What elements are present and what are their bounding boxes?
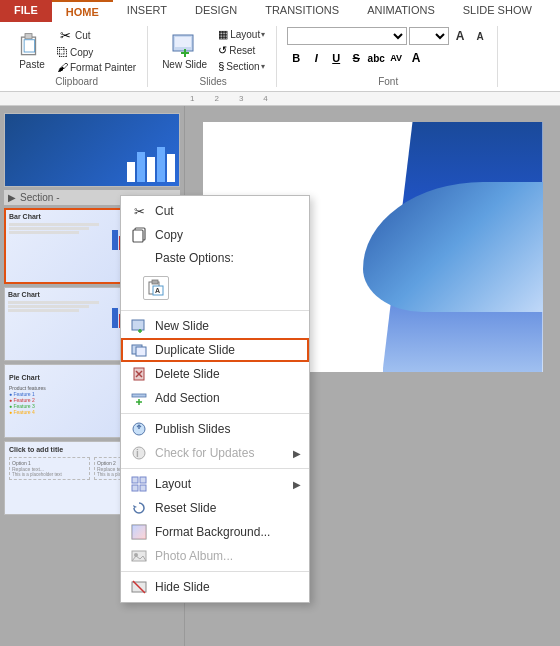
font-row-1: A A [287,27,489,45]
font-items: A A B I U S abc AV A [287,26,489,74]
duplicate-icon [131,342,147,358]
tab-transitions[interactable]: TRANSITIONS [251,0,353,22]
reset-label: Reset [229,45,255,56]
font-color-button[interactable]: A [407,49,425,67]
format-painter-button[interactable]: 🖌 Format Painter [54,60,139,74]
svg-rect-21 [132,394,146,397]
paste-button[interactable]: Paste [14,29,50,72]
menu-item-add-section[interactable]: Add Section [121,386,309,410]
increase-font-button[interactable]: A [451,27,469,45]
photo-icon [131,548,147,564]
menu-item-photo-album[interactable]: Photo Album... [121,544,309,568]
strikethrough-button[interactable]: S [347,49,365,67]
slides-group: New Slide ▦ Layout ▾ ↺ Reset § Section [150,26,277,87]
font-family-select[interactable] [287,27,407,45]
svg-rect-1 [25,33,32,38]
layout-label: Layout [230,29,260,40]
copy-menu-label: Copy [155,228,183,242]
cut-icon [57,27,73,43]
slide-7-thumb[interactable] [4,113,180,187]
format-painter-label: Format Painter [70,62,136,73]
layout-button[interactable]: ▦ Layout ▾ [215,27,268,42]
text-shadow-button[interactable]: abc [367,49,385,67]
photo-album-label: Photo Album... [155,549,233,563]
font-row-2: B I U S abc AV A [287,49,425,67]
underline-button[interactable]: U [327,49,345,67]
tab-home[interactable]: HOME [52,0,113,22]
context-menu: ✂ Cut Copy Paste Options: A [120,195,310,603]
new-slide-button[interactable]: New Slide [158,29,211,72]
data-row [8,301,99,304]
new-slide-label: New Slide [162,59,207,70]
menu-item-check-updates[interactable]: i Check for Updates ▶ [121,441,309,465]
new-slide-icon [131,318,147,334]
copy-button[interactable]: ⿻ Copy [54,45,139,59]
ribbon-tabs: FILE HOME INSERT DESIGN TRANSITIONS ANIM… [0,0,560,22]
char-spacing-button[interactable]: AV [387,49,405,67]
section-button[interactable]: § Section ▾ [215,59,268,73]
layout-icon: ▦ [218,28,228,41]
clipboard-items: Paste Cut ⿻ Copy 🖌 Format Painter [14,26,139,74]
ruler-mark: 1 [190,94,194,103]
slide-8-data [9,222,109,250]
slide-7-container: 7 [4,113,180,187]
section-label-sm: Section - [20,192,59,203]
format-bg-icon [131,524,147,540]
bar [157,147,165,182]
layout-menu-icon [131,476,147,492]
tab-file[interactable]: FILE [0,0,52,22]
ruler-marks: 1 2 3 4 [190,94,268,103]
publish-slides-label: Publish Slides [155,422,230,436]
reset-button[interactable]: ↺ Reset [215,43,268,58]
menu-item-publish-slides[interactable]: Publish Slides [121,417,309,441]
add-section-label: Add Section [155,391,220,405]
tab-slideshow[interactable]: SLIDE SHOW [449,0,546,22]
slide-10-title: Pie Chart [9,374,40,381]
tab-animations[interactable]: ANIMATIONS [353,0,449,22]
paste-option-keep-format[interactable]: A [143,276,169,300]
ribbon: FILE HOME INSERT DESIGN TRANSITIONS ANIM… [0,0,560,92]
section-icon-sm: ▶ [8,192,16,203]
slide-7-preview [5,114,179,186]
menu-item-cut[interactable]: ✂ Cut [121,199,309,223]
decrease-font-button[interactable]: A [471,27,489,45]
new-slide-menu-label: New Slide [155,319,209,333]
menu-item-format-background[interactable]: Format Background... [121,520,309,544]
clipboard-label: Clipboard [55,76,98,87]
font-group: A A B I U S abc AV A Font [279,26,498,87]
svg-rect-2 [24,39,35,51]
check-updates-label: Check for Updates [155,446,254,460]
menu-item-hide-slide[interactable]: Hide Slide [121,575,309,599]
svg-text:A: A [155,287,160,294]
ribbon-content: Paste Cut ⿻ Copy 🖌 Format Painter [0,22,560,91]
reset-slide-label: Reset Slide [155,501,216,515]
layout-arrow: ▶ [293,479,301,490]
menu-item-paste-options: Paste Options: A [121,247,309,307]
menu-item-delete-slide[interactable]: Delete Slide [121,362,309,386]
font-size-select[interactable] [409,27,449,45]
bold-button[interactable]: B [287,49,305,67]
section-add-icon [131,390,147,406]
delete-slide-label: Delete Slide [155,367,220,381]
cut-button[interactable]: Cut [54,26,139,44]
slide-9-data [8,300,109,328]
menu-item-duplicate-slide[interactable]: Duplicate Slide [121,338,309,362]
svg-text:i: i [136,448,139,459]
menu-item-layout[interactable]: Layout ▶ [121,472,309,496]
menu-separator-4 [121,571,309,572]
main-area: 7 ▶ Section - 8 [0,106,560,646]
bar [167,154,175,182]
ruler-mark: 3 [239,94,243,103]
menu-item-copy[interactable]: Copy [121,223,309,247]
font-label: Font [378,76,398,87]
menu-item-reset-slide[interactable]: Reset Slide [121,496,309,520]
horizontal-ruler: 1 2 3 4 [0,92,560,106]
menu-item-new-slide[interactable]: New Slide [121,314,309,338]
slides-label: Slides [200,76,227,87]
menu-separator-2 [121,413,309,414]
tab-design[interactable]: DESIGN [181,0,251,22]
tab-insert[interactable]: INSERT [113,0,181,22]
svg-rect-10 [152,280,158,284]
italic-button[interactable]: I [307,49,325,67]
section-label: Section [226,61,259,72]
